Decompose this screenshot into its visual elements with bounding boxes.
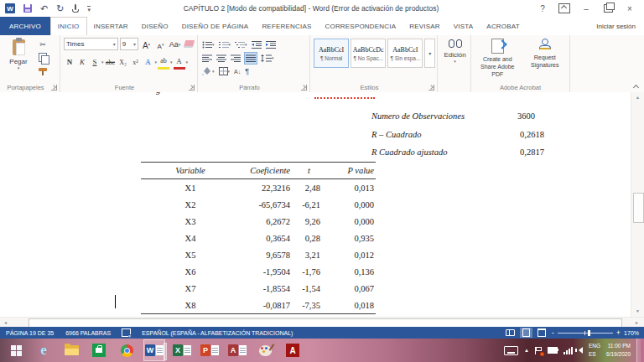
multilevel-list-button[interactable]: ▾	[234, 39, 248, 50]
paste-button[interactable]: Pegar ▾	[3, 38, 34, 81]
tab-correspondencia[interactable]: CORRESPONDENCIA	[318, 17, 402, 35]
tab-insertar[interactable]: INSERTAR	[87, 17, 135, 35]
word-count[interactable]: 6966 PALABRAS	[60, 330, 117, 336]
language-indicator[interactable]: ESPAÑOL (ESPAÑA - ALFABETIZACIÓN TRADICI…	[136, 330, 299, 336]
zoom-level[interactable]: 170%	[624, 330, 639, 336]
tab-vista[interactable]: VISTA	[447, 17, 480, 35]
editing-button[interactable]: Edición	[444, 51, 465, 59]
tab-diseno-de-pagina[interactable]: DISEÑO DE PÁGINA	[175, 17, 256, 35]
word-taskbar-button[interactable]: W	[143, 339, 165, 361]
tab-archivo[interactable]: ARCHIVO	[0, 17, 50, 35]
tab-acrobat[interactable]: ACROBAT	[480, 17, 526, 35]
volume-icon[interactable]	[579, 347, 583, 354]
editing-dropdown-icon[interactable]: ▾	[454, 59, 456, 64]
subscript-button[interactable]: X₂	[117, 56, 129, 69]
scroll-up-icon[interactable]: ▲	[631, 92, 644, 103]
acrobat-taskbar-button[interactable]: A	[282, 339, 304, 361]
windows-store-button[interactable]	[88, 339, 110, 361]
zoom-slider[interactable]	[558, 333, 613, 334]
change-case-button[interactable]: Aa▾	[169, 39, 181, 50]
shading-button[interactable]: ▾	[201, 65, 216, 77]
align-left-button[interactable]	[201, 52, 213, 64]
paste-dropdown-icon[interactable]: ▾	[18, 65, 20, 70]
tab-inicio[interactable]: INICIO	[50, 17, 87, 36]
font-dialog-launcher-icon[interactable]	[189, 85, 195, 90]
italic-button[interactable]: K	[76, 56, 88, 69]
page-indicator[interactable]: PÁGINA 19 DE 35	[0, 330, 60, 336]
touch-keyboard-icon[interactable]	[504, 346, 518, 355]
align-center-button[interactable]	[216, 52, 227, 64]
numbering-button[interactable]: ▾	[218, 39, 232, 50]
help-button[interactable]: ?	[532, 1, 553, 16]
style-normal[interactable]: AaBbCcI ¶ Normal	[314, 39, 349, 68]
font-color-button[interactable]: A	[174, 54, 185, 70]
close-button[interactable]: ×	[619, 1, 641, 16]
show-hide-marks-button[interactable]: ¶	[244, 65, 250, 77]
increase-indent-button[interactable]	[265, 39, 277, 50]
scroll-down-icon[interactable]: ▼	[631, 306, 644, 317]
restore-button[interactable]	[597, 1, 619, 16]
zoom-out-button[interactable]: -	[552, 329, 554, 336]
show-desktop-button[interactable]	[636, 339, 641, 362]
save-icon[interactable]	[23, 4, 32, 13]
print-layout-button[interactable]	[520, 328, 532, 338]
tab-revisar[interactable]: REVISAR	[402, 17, 447, 35]
internet-explorer-button[interactable]: e	[33, 339, 55, 361]
font-color-dropdown-icon[interactable]: ▾	[186, 59, 189, 65]
strikethrough-button[interactable]: abc	[105, 56, 117, 69]
vertical-scrollbar[interactable]: ▲ ▼	[631, 92, 644, 317]
access-taskbar-button[interactable]: A	[226, 339, 248, 361]
paint-taskbar-button[interactable]	[254, 339, 276, 361]
touch-mode-icon[interactable]	[72, 4, 79, 13]
text-effects-button[interactable]: A	[143, 56, 154, 69]
underline-button[interactable]: S	[89, 56, 101, 69]
ribbon-display-options-button[interactable]	[553, 1, 575, 16]
read-mode-button[interactable]	[504, 328, 517, 338]
clock[interactable]: 11:00 PM6/19/2020	[606, 342, 631, 359]
word-logo-icon[interactable]: W	[5, 3, 15, 13]
highlight-dropdown-icon[interactable]: ▾	[170, 59, 173, 65]
request-signatures-button[interactable]: Request Signatures	[522, 39, 569, 81]
copy-button[interactable]	[37, 52, 49, 62]
paragraph-dialog-launcher-icon[interactable]	[301, 85, 307, 90]
document-page[interactable]: g Numero de Observaciones 3600 R – Cuadr…	[0, 92, 644, 317]
sort-button[interactable]: A↓	[233, 65, 242, 77]
tab-diseno[interactable]: DISEÑO	[135, 17, 175, 35]
font-name-combo[interactable]: Times▾	[64, 38, 118, 50]
styles-dialog-launcher-icon[interactable]	[428, 85, 434, 90]
show-hidden-icons[interactable]: ▲	[524, 348, 529, 353]
web-layout-button[interactable]	[536, 328, 548, 338]
format-painter-button[interactable]	[37, 65, 49, 75]
language-switcher[interactable]: ENGES	[589, 342, 600, 359]
powerpoint-taskbar-button[interactable]: P	[199, 339, 221, 361]
superscript-button[interactable]: x²	[130, 56, 142, 69]
vertical-scroll-thumb[interactable]	[633, 193, 644, 223]
collapse-ribbon-icon[interactable]	[633, 84, 639, 90]
shrink-font-button[interactable]: A▾	[154, 39, 167, 50]
file-explorer-button[interactable]	[60, 339, 82, 361]
zoom-slider-thumb[interactable]	[588, 330, 590, 336]
minimize-button[interactable]: –	[575, 1, 597, 16]
create-share-pdf-button[interactable]: Create and Share Adobe PDF	[475, 39, 521, 81]
style-no-spacing[interactable]: AaBbCcDc ¶ No Spac...	[351, 39, 386, 68]
tab-referencias[interactable]: REFERENCIAS	[255, 17, 318, 35]
undo-icon[interactable]: ↶	[40, 4, 48, 13]
more-styles-button[interactable]: ▾	[424, 39, 435, 68]
bullets-button[interactable]: ▾	[201, 39, 216, 50]
network-signal-icon[interactable]	[564, 347, 573, 354]
highlight-button[interactable]: ab	[158, 54, 169, 70]
style-sin-espaciado[interactable]: AaBbCcI ¶ Sin espa...	[387, 39, 423, 68]
cut-button[interactable]: ✂	[37, 39, 49, 49]
decrease-indent-button[interactable]	[251, 39, 262, 50]
action-center-flag-icon[interactable]: ×	[535, 347, 542, 354]
start-button[interactable]	[5, 339, 27, 361]
align-right-button[interactable]	[230, 52, 242, 64]
justify-button[interactable]	[244, 52, 257, 65]
underline-dropdown-icon[interactable]: ▾	[101, 59, 104, 65]
font-size-combo[interactable]: 9▾	[120, 38, 138, 50]
line-spacing-button[interactable]: ▾	[260, 52, 275, 64]
find-binoculars-icon[interactable]	[449, 39, 462, 48]
clipboard-dialog-launcher-icon[interactable]	[51, 85, 57, 90]
clear-formatting-button[interactable]	[183, 39, 195, 50]
text-effects-dropdown-icon[interactable]: ▾	[155, 59, 158, 65]
